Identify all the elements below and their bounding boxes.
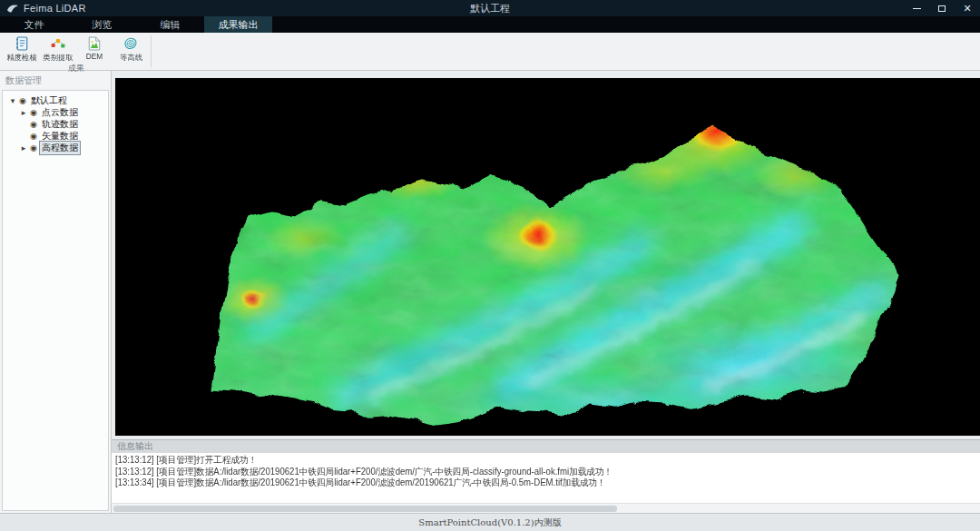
panel-title: 数据管理 <box>0 71 111 90</box>
titlebar: Feima LiDAR 默认工程 ✕ <box>0 0 980 16</box>
log-entry: [13:13:12] [项目管理]数据A:/lidar数据/20190621中铁… <box>115 467 946 478</box>
menu-tabbar: 文件 浏览 编辑 成果输出 <box>0 16 980 33</box>
log-panel: 信息输出 [13:13:12] [项目管理]打开工程成功！ [13:13:12]… <box>112 439 980 513</box>
ribbon-group-label: 成果 <box>4 64 149 74</box>
button-label: 类别提取 <box>43 53 73 64</box>
minimize-icon <box>913 8 921 9</box>
maximize-button[interactable] <box>929 0 955 16</box>
ribbon-group-results: 精度检核 类别提取 <box>0 33 151 70</box>
content-area: 信息输出 [13:13:12] [项目管理]打开工程成功！ [13:13:12]… <box>112 71 980 513</box>
tree-bullet-icon: ◉ <box>28 108 39 117</box>
maximize-icon <box>938 5 946 12</box>
minimize-button[interactable] <box>904 0 929 16</box>
log-horizontal-scrollbar[interactable] <box>112 503 980 513</box>
statusbar: SmartPointCloud(V0.1.2)内测版 <box>0 513 980 531</box>
terrain-dem-render <box>115 78 980 436</box>
main-area: 数据管理 ▾ ◉ 默认工程 ▸ ◉ 点云数据 ◉ 轨迹数据 <box>0 71 980 513</box>
tree-bullet-icon: ◉ <box>28 120 39 129</box>
button-label: 精度检核 <box>6 53 36 64</box>
contour-button[interactable]: 等高线 <box>113 34 149 64</box>
log-output: [13:13:12] [项目管理]打开工程成功！ [13:13:12] [项目管… <box>112 453 980 503</box>
ribbon-separator <box>151 35 152 67</box>
classify-extract-icon <box>50 35 66 52</box>
window-title: 默认工程 <box>200 2 780 15</box>
data-management-panel: 数据管理 ▾ ◉ 默认工程 ▸ ◉ 点云数据 ◉ 轨迹数据 <box>0 71 112 513</box>
tab-output-results[interactable]: 成果输出 <box>204 16 272 33</box>
tab-edit[interactable]: 编辑 <box>136 16 204 33</box>
window-controls: ✕ <box>780 0 980 16</box>
tree-bullet-icon: ◉ <box>28 143 39 152</box>
feima-logo-icon <box>6 3 19 14</box>
version-label: SmartPointCloud(V0.1.2)内测版 <box>418 516 561 529</box>
close-icon: ✕ <box>963 4 971 14</box>
tree-item-elevation-data[interactable]: ▸ ◉ 高程数据 <box>3 142 108 153</box>
classify-extract-button[interactable]: 类别提取 <box>40 34 76 64</box>
accuracy-check-icon <box>14 35 30 52</box>
tab-browse[interactable]: 浏览 <box>68 16 136 33</box>
accuracy-check-button[interactable]: 精度检核 <box>4 34 40 64</box>
3d-viewport[interactable] <box>115 78 980 436</box>
app-window: Feima LiDAR 默认工程 ✕ 文件 浏览 编辑 成果输出 <box>0 0 980 531</box>
titlebar-left: Feima LiDAR <box>0 3 200 14</box>
log-panel-title: 信息输出 <box>112 440 980 453</box>
button-label: DEM <box>86 52 103 60</box>
project-tree: ▾ ◉ 默认工程 ▸ ◉ 点云数据 ◉ 轨迹数据 ◉ 矢量数据 <box>2 90 109 511</box>
dem-icon <box>86 35 103 52</box>
expand-arrow-icon[interactable]: ▸ <box>19 108 28 117</box>
dem-button[interactable]: DEM <box>76 34 113 64</box>
tree-bullet-icon: ◉ <box>28 132 39 141</box>
expand-arrow-icon[interactable]: ▸ <box>19 143 28 152</box>
ribbon-toolbar: 精度检核 类别提取 <box>0 33 980 71</box>
tab-file[interactable]: 文件 <box>0 16 68 33</box>
app-name: Feima LiDAR <box>24 3 86 14</box>
expand-arrow-icon[interactable]: ▾ <box>8 96 17 105</box>
log-entry: [13:13:34] [项目管理]数据A:/lidar数据/20190621中铁… <box>115 477 946 489</box>
button-label: 等高线 <box>120 53 142 64</box>
tree-item-label-selected[interactable]: 高程数据 <box>39 141 81 155</box>
scrollbar-thumb[interactable] <box>113 506 617 512</box>
log-entry: [13:13:12] [项目管理]打开工程成功！ <box>115 455 946 467</box>
close-button[interactable]: ✕ <box>955 0 980 16</box>
tree-bullet-icon: ◉ <box>17 96 28 105</box>
contour-icon <box>122 35 139 52</box>
